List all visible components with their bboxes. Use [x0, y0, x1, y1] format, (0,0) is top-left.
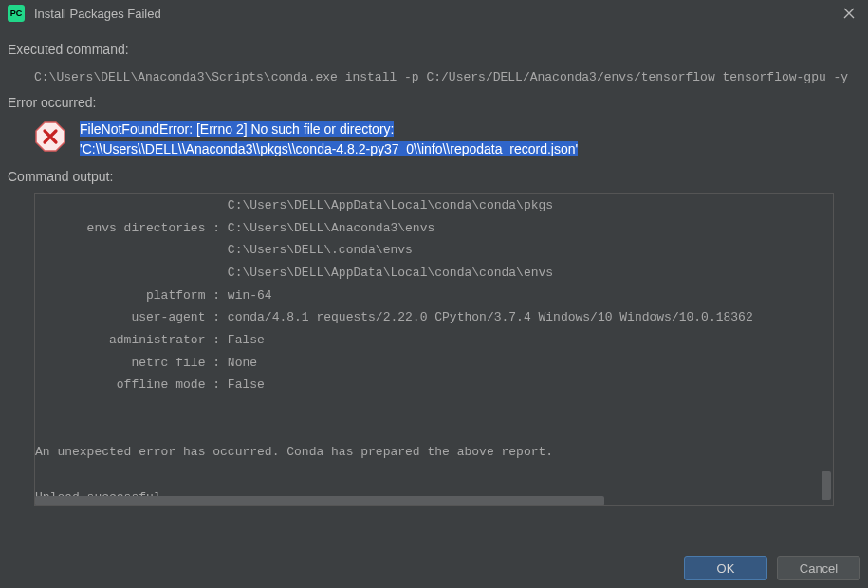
ok-button[interactable]: OK — [684, 556, 767, 580]
dialog-content: Executed command: C:\Users\DELL\Anaconda… — [0, 27, 868, 506]
executed-command-text: C:\Users\DELL\Anaconda3\Scripts\conda.ex… — [8, 66, 860, 89]
command-output-label: Command output: — [8, 169, 860, 184]
close-icon — [843, 8, 855, 19]
error-line-1: FileNotFoundError: [Errno 2] No such fil… — [80, 121, 394, 137]
titlebar-left: PC Install Packages Failed — [8, 5, 161, 22]
pycharm-icon: PC — [8, 5, 25, 22]
error-icon — [34, 120, 66, 153]
dialog-title: Install Packages Failed — [34, 7, 161, 21]
error-line-2: 'C:\\Users\\DELL\\Anaconda3\\pkgs\\conda… — [80, 141, 578, 156]
titlebar: PC Install Packages Failed — [0, 0, 868, 27]
error-row: FileNotFoundError: [Errno 2] No such fil… — [8, 119, 860, 159]
executed-command-label: Executed command: — [8, 42, 860, 57]
vertical-scrollbar[interactable] — [822, 471, 831, 500]
horizontal-scrollbar[interactable] — [35, 496, 604, 505]
close-button[interactable] — [838, 2, 860, 25]
error-text[interactable]: FileNotFoundError: [Errno 2] No such fil… — [80, 119, 578, 159]
button-bar: OK Cancel — [684, 556, 860, 580]
error-occurred-label: Error occurred: — [8, 95, 860, 110]
command-output-box[interactable]: C:\Users\DELL\AppData\Local\conda\conda\… — [34, 193, 834, 506]
app-icon-abbr: PC — [10, 9, 23, 18]
cancel-button[interactable]: Cancel — [777, 556, 860, 580]
command-output-text: C:\Users\DELL\AppData\Local\conda\conda\… — [35, 194, 833, 506]
